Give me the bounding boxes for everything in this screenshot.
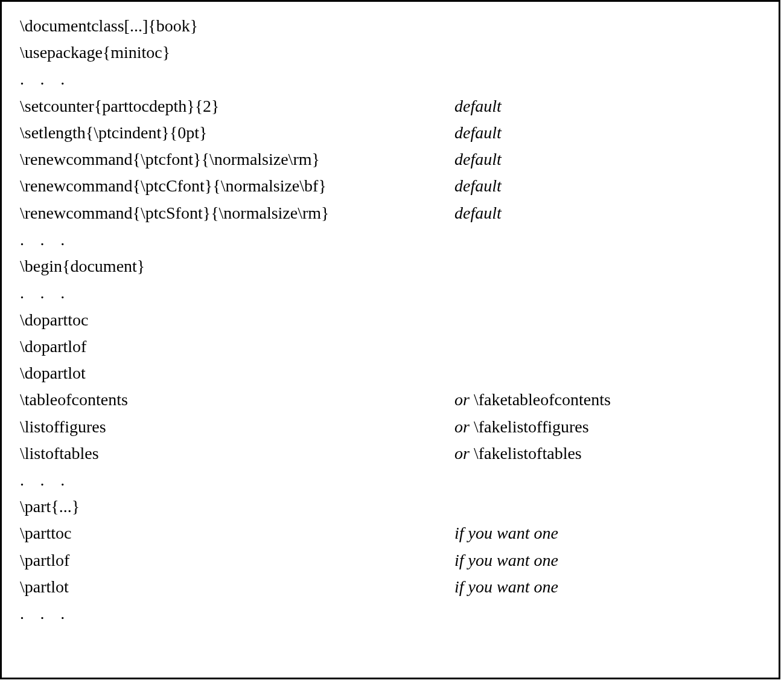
code-right: default [454,146,764,173]
code-left: \doparttoc [20,307,454,333]
code-left: \dopartlot [20,360,454,386]
code-left: \partlof [20,547,454,574]
code-row: \doparttoc [20,307,764,333]
or-word: or [454,390,470,409]
code-left: \renewcommand{\ptcfont}{\normalsize\rm} [20,146,454,173]
code-row: . . . [20,66,764,92]
code-right: or \fakelistoffigures [454,414,764,440]
code-row: \listoftables or \fakelistoftables [20,440,764,467]
fake-cmd: \fakelistoffigures [474,417,589,436]
code-row: . . . [20,600,764,627]
code-right: or \faketableofcontents [454,386,764,413]
code-left: \setcounter{parttocdepth}{2} [20,93,454,120]
code-row: \documentclass[...]{book} [20,13,764,39]
code-row: \part{...} [20,493,764,520]
code-row: \partlot if you want one [20,574,764,600]
code-left: \partlot [20,574,454,600]
code-row: \usepackage{minitoc} [20,39,764,66]
code-row: \renewcommand{\ptcfont}{\normalsize\rm} … [20,146,764,173]
code-left: . . . [20,66,454,92]
code-row: \setcounter{parttocdepth}{2} default [20,93,764,120]
code-left: \documentclass[...]{book} [20,13,454,39]
code-row: \renewcommand{\ptcCfont}{\normalsize\bf}… [20,173,764,199]
code-row: \begin{document} [20,253,764,280]
code-left: \tableofcontents [20,386,454,413]
fake-cmd: \faketableofcontents [474,390,611,409]
code-left: \renewcommand{\ptcCfont}{\normalsize\bf} [20,173,454,199]
code-left: \dopartlof [20,333,454,360]
code-row: . . . [20,280,764,306]
code-row: \dopartlof [20,333,764,360]
code-row: . . . [20,226,764,253]
code-left: \part{...} [20,493,454,520]
code-row: \dopartlot [20,360,764,386]
code-left: . . . [20,280,454,306]
code-left: \renewcommand{\ptcSfont}{\normalsize\rm} [20,200,454,226]
code-right: default [454,93,764,120]
code-right: if you want one [454,547,764,574]
code-left: \listoffigures [20,414,454,440]
or-word: or [454,444,470,463]
code-right: if you want one [454,520,764,547]
code-row: \tableofcontents or \faketableofcontents [20,386,764,413]
code-left: . . . [20,600,454,627]
code-left: \begin{document} [20,253,454,280]
fake-cmd: \fakelistoftables [474,444,582,463]
code-example-frame: \documentclass[...]{book} \usepackage{mi… [0,0,780,679]
code-left: . . . [20,226,454,253]
or-word: or [454,417,470,436]
code-left: . . . [20,467,454,493]
code-row: \setlength{\ptcindent}{0pt} default [20,120,764,146]
code-right: default [454,200,764,226]
code-left: \usepackage{minitoc} [20,39,454,66]
code-left: \listoftables [20,440,454,467]
code-left: \setlength{\ptcindent}{0pt} [20,120,454,146]
code-left: \parttoc [20,520,454,547]
code-row: \listoffigures or \fakelistoffigures [20,414,764,440]
code-row: \renewcommand{\ptcSfont}{\normalsize\rm}… [20,200,764,226]
code-row: \parttoc if you want one [20,520,764,547]
code-right: or \fakelistoftables [454,440,764,467]
code-right: if you want one [454,574,764,600]
code-row: . . . [20,467,764,493]
code-right: default [454,120,764,146]
code-right: default [454,173,764,199]
code-row: \partlof if you want one [20,547,764,574]
